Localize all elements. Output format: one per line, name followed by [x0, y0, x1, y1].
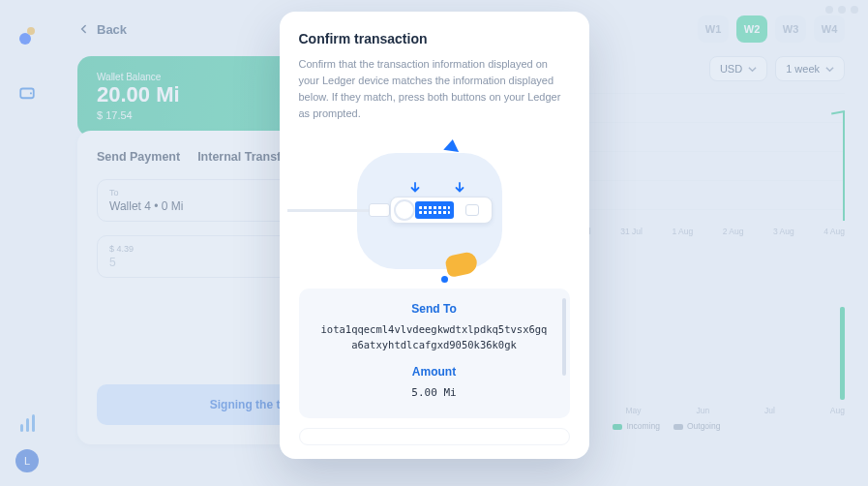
modal-next-peek [299, 428, 570, 445]
modal-body: Confirm that the transaction information… [299, 56, 570, 122]
amount-value: 5.00 Mi [318, 384, 551, 401]
confirm-transaction-modal: Confirm transaction Confirm that the tra… [280, 12, 589, 459]
arrow-down-icon [454, 180, 465, 192]
send-to-value: iota1qqecml4vlvdeegkwdtxlpdkq5tvsx6gqa6a… [318, 321, 551, 353]
ledger-illustration [295, 136, 574, 281]
amount-label: Amount [311, 365, 558, 379]
modal-title: Confirm transaction [299, 31, 570, 46]
send-to-label: Send To [311, 302, 558, 316]
transaction-info-panel: Send To iota1qqecml4vlvdeegkwdtxlpdkq5tv… [299, 289, 570, 418]
arrow-down-icon [409, 180, 421, 192]
scrollbar[interactable] [562, 298, 566, 376]
